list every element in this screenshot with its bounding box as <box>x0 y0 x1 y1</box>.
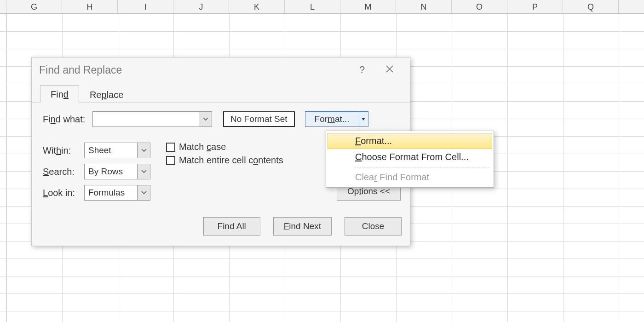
checkbox-label: Match case <box>179 142 226 152</box>
find-what-text[interactable] <box>92 111 199 127</box>
column-header[interactable]: N <box>396 0 452 14</box>
menu-item-clear-find-format: Clear Find Format <box>328 169 492 185</box>
menu-separator <box>355 167 489 167</box>
format-button-dropdown[interactable] <box>359 112 368 126</box>
find-next-button[interactable]: Find Next <box>273 217 332 236</box>
column-header[interactable]: J <box>173 0 229 14</box>
column-header[interactable]: P <box>507 0 563 14</box>
dialog-title: Find and Replace <box>39 64 348 76</box>
format-split-button[interactable]: Format... <box>305 111 368 127</box>
close-icon[interactable] <box>376 61 403 79</box>
format-dropdown-menu: Format... Choose Format From Cell... Cle… <box>326 131 494 188</box>
lookin-value: Formulas <box>84 185 138 201</box>
search-label: Search: <box>43 167 84 177</box>
column-header[interactable]: O <box>452 0 507 14</box>
column-header[interactable]: Q <box>563 0 619 14</box>
column-header[interactable]: I <box>118 0 173 14</box>
tab-label: Find <box>51 89 69 99</box>
format-button-main[interactable]: Format... <box>305 112 359 126</box>
match-entire-checkbox[interactable]: Match entire cell contents <box>166 155 283 166</box>
chevron-down-icon[interactable] <box>138 185 150 201</box>
chevron-down-icon[interactable] <box>199 111 212 127</box>
checkbox-label: Match entire cell contents <box>179 155 283 166</box>
format-preview: No Format Set <box>223 111 295 127</box>
menu-item-format[interactable]: Format... <box>328 133 492 149</box>
column-header[interactable]: H <box>62 0 118 14</box>
within-label: Within: <box>43 145 84 156</box>
within-select[interactable]: Sheet <box>84 143 150 158</box>
checkbox-box[interactable] <box>166 156 175 165</box>
tab-label: Replace <box>90 90 123 100</box>
lookin-label: Look in: <box>43 188 84 198</box>
find-what-input[interactable] <box>92 111 212 127</box>
column-header[interactable]: G <box>6 0 62 14</box>
find-what-label: Find what: <box>43 114 92 125</box>
tab-replace[interactable]: Replace <box>79 86 134 103</box>
within-value: Sheet <box>84 143 138 158</box>
lookin-select[interactable]: Formulas <box>84 185 150 201</box>
match-case-checkbox[interactable]: Match case <box>166 142 283 152</box>
checkbox-box[interactable] <box>166 143 175 152</box>
column-header[interactable]: L <box>285 0 340 14</box>
close-button[interactable]: Close <box>345 217 402 236</box>
chevron-down-icon[interactable] <box>138 143 150 158</box>
column-header[interactable]: M <box>340 0 396 14</box>
dialog-footer: Find All Find Next Close <box>32 208 410 246</box>
search-value: By Rows <box>84 164 138 179</box>
search-select[interactable]: By Rows <box>84 164 150 179</box>
chevron-down-icon[interactable] <box>138 164 150 179</box>
tab-strip: Find Replace <box>32 82 410 103</box>
menu-item-choose-from-cell[interactable]: Choose Format From Cell... <box>328 149 492 165</box>
column-header[interactable]: R <box>619 0 644 14</box>
find-all-button[interactable]: Find All <box>203 217 260 236</box>
column-header[interactable]: K <box>229 0 285 14</box>
tab-find[interactable]: Find <box>40 85 79 103</box>
dialog-titlebar[interactable]: Find and Replace ? <box>32 58 410 82</box>
column-header-stub <box>0 0 6 14</box>
column-header-row: G H I J K L M N O P Q R <box>0 0 644 14</box>
help-button[interactable]: ? <box>348 61 376 79</box>
